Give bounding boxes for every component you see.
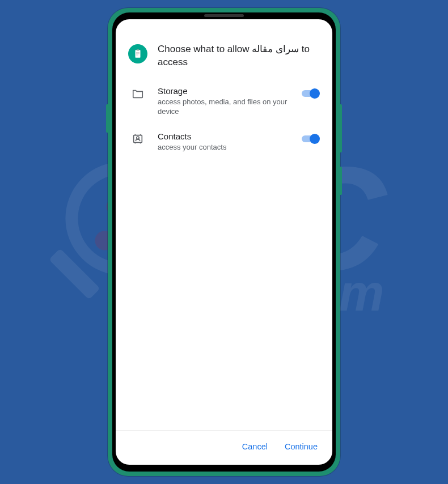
permission-description: access photos, media, and files on your … xyxy=(158,97,290,117)
permission-description: access your contacts xyxy=(158,142,290,152)
clipboard-icon xyxy=(133,49,143,59)
phone-speaker xyxy=(204,14,244,17)
permission-row-storage: Storage access photos, media, and files … xyxy=(128,86,320,117)
dialog-button-bar: Cancel Continue xyxy=(116,430,332,465)
storage-toggle[interactable] xyxy=(301,88,320,99)
phone-screen: Choose what to allow سرای مقاله to acces… xyxy=(116,19,332,465)
svg-point-6 xyxy=(137,137,139,139)
permission-name: Contacts xyxy=(158,131,290,141)
permissions-dialog: Choose what to allow سرای مقاله to acces… xyxy=(116,19,332,430)
app-icon xyxy=(128,44,147,63)
contacts-icon xyxy=(128,131,147,145)
side-button-volume xyxy=(340,104,342,152)
svg-rect-1 xyxy=(137,49,140,50)
folder-icon xyxy=(128,86,147,100)
phone-bezel: Choose what to allow سرای مقاله to acces… xyxy=(112,12,336,472)
svg-rect-2 xyxy=(136,52,140,53)
cancel-button[interactable]: Cancel xyxy=(240,439,270,455)
permission-text: Contacts access your contacts xyxy=(158,131,290,152)
permission-text: Storage access photos, media, and files … xyxy=(158,86,290,117)
dialog-header: Choose what to allow سرای مقاله to acces… xyxy=(128,43,320,69)
permission-name: Storage xyxy=(158,86,290,96)
side-button-power xyxy=(340,167,342,195)
side-button-left xyxy=(106,104,108,133)
dialog-title: Choose what to allow سرای مقاله to acces… xyxy=(158,43,320,69)
phone-frame: Choose what to allow سرای مقاله to acces… xyxy=(108,8,340,476)
svg-rect-3 xyxy=(136,53,140,54)
contacts-toggle[interactable] xyxy=(301,134,320,144)
svg-rect-4 xyxy=(136,55,138,56)
permission-row-contacts: Contacts access your contacts xyxy=(128,131,320,152)
continue-button[interactable]: Continue xyxy=(282,439,320,455)
